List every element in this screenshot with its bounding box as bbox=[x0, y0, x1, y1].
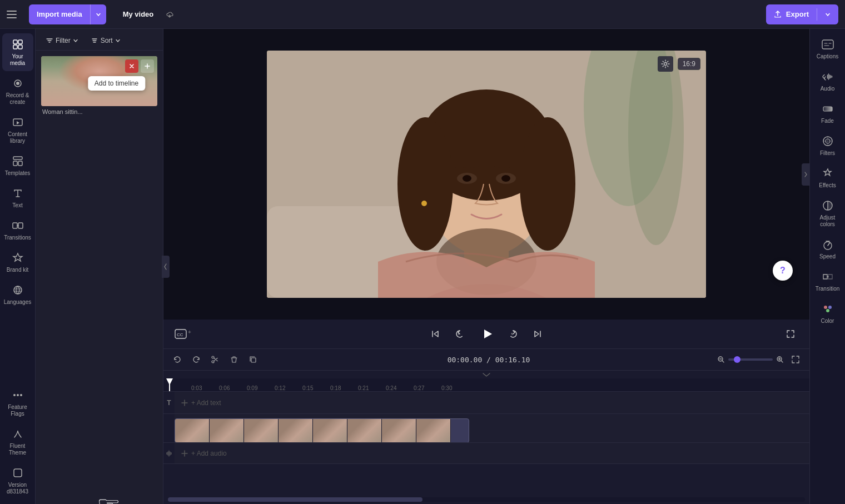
cc-captions-button[interactable]: CC + bbox=[175, 329, 191, 339]
export-dropdown-arrow[interactable] bbox=[825, 12, 831, 17]
skip-to-end-button[interactable] bbox=[530, 326, 545, 342]
sidebar-item-record-create[interactable]: Record & create bbox=[2, 72, 33, 110]
effects-icon bbox=[821, 167, 834, 180]
svg-text:CC: CC bbox=[177, 332, 183, 337]
timeline-playhead[interactable] bbox=[169, 378, 170, 391]
redo-button[interactable] bbox=[189, 352, 203, 367]
preview-settings-button[interactable] bbox=[658, 56, 673, 72]
svg-rect-0 bbox=[13, 40, 17, 44]
right-label-fade: Fade bbox=[821, 118, 834, 124]
sidebar-item-brand-kit[interactable]: Brand kit bbox=[2, 247, 33, 278]
filter-button[interactable]: Filter bbox=[41, 34, 83, 47]
zoom-slider[interactable] bbox=[728, 358, 773, 361]
tab-myvideo[interactable]: My video bbox=[115, 7, 162, 22]
svg-rect-3 bbox=[18, 45, 22, 49]
cut-button[interactable] bbox=[208, 352, 222, 367]
undo-button[interactable] bbox=[170, 352, 185, 367]
filter-icon bbox=[46, 37, 53, 44]
text-track-content: + Add text bbox=[175, 392, 809, 413]
sidebar-item-text[interactable]: Text bbox=[2, 182, 33, 213]
text-icon bbox=[11, 187, 24, 200]
import-media-dropdown-arrow[interactable] bbox=[91, 4, 106, 24]
export-upload-icon bbox=[774, 11, 782, 18]
add-to-timeline-quick-button[interactable] bbox=[141, 59, 154, 73]
sidebar-item-feature-flags[interactable]: Feature Flags bbox=[2, 384, 33, 422]
sidebar-item-languages[interactable]: Languages bbox=[2, 279, 33, 310]
svg-point-51 bbox=[828, 306, 832, 309]
help-icon[interactable]: ? bbox=[773, 261, 793, 281]
right-panel-collapse-arrow[interactable] bbox=[802, 163, 809, 186]
import-media-button[interactable]: Import media bbox=[29, 4, 91, 24]
add-audio-button[interactable]: + Add audio bbox=[175, 443, 809, 463]
sidebar-item-version[interactable]: Version d831843 bbox=[2, 462, 33, 500]
right-panel-item-effects[interactable]: Effects bbox=[812, 162, 843, 193]
svg-point-27 bbox=[520, 117, 575, 251]
add-text-button[interactable]: + Add text bbox=[175, 392, 809, 413]
duplicate-clip-button[interactable] bbox=[246, 352, 260, 367]
audio-icon bbox=[821, 70, 834, 83]
cloud-save-icon[interactable] bbox=[163, 8, 176, 21]
video-track-content bbox=[175, 414, 809, 442]
export-button[interactable]: Export bbox=[766, 4, 838, 24]
media-item-label: Woman sittin... bbox=[41, 108, 157, 115]
right-panel-item-audio[interactable]: Audio bbox=[812, 66, 843, 97]
timeline-fullscreen-button[interactable] bbox=[788, 352, 803, 367]
timeline-scrollbar[interactable] bbox=[168, 497, 805, 502]
svg-point-52 bbox=[826, 309, 829, 312]
ruler-tick: 0:09 bbox=[247, 385, 257, 391]
forward-5s-button[interactable]: 5 bbox=[505, 326, 521, 342]
right-panel-item-adjust-colors[interactable]: Adjust colors bbox=[812, 194, 843, 232]
cursor-hand-pointer: ☞ bbox=[97, 490, 121, 504]
playhead-marker bbox=[166, 378, 173, 385]
svg-rect-7 bbox=[13, 157, 22, 159]
ruler-tick: 0:24 bbox=[386, 385, 396, 391]
video-clip[interactable] bbox=[175, 418, 469, 442]
text-track: T + Add text bbox=[163, 392, 809, 414]
skip-to-start-button[interactable] bbox=[428, 326, 443, 342]
media-panel: Filter Sort bbox=[36, 29, 163, 504]
panel-collapse-handle[interactable] bbox=[162, 256, 170, 278]
sidebar-label-fluent-theme: Fluent Theme bbox=[4, 443, 31, 456]
svg-rect-2 bbox=[13, 45, 17, 49]
delete-clip-button[interactable] bbox=[227, 352, 241, 367]
hamburger-menu-icon[interactable] bbox=[7, 7, 22, 22]
svg-rect-45 bbox=[823, 107, 832, 111]
sidebar-item-fluent-theme[interactable]: Fluent Theme bbox=[2, 423, 33, 461]
center-area: 16:9 ? CC + bbox=[163, 29, 809, 504]
svg-text:5: 5 bbox=[511, 332, 513, 336]
zoom-out-button[interactable] bbox=[717, 356, 725, 363]
sidebar-item-content-library[interactable]: Content library bbox=[2, 111, 33, 149]
add-audio-plus-icon bbox=[181, 450, 188, 457]
video-frame bbox=[267, 51, 706, 298]
aspect-ratio-badge[interactable]: 16:9 bbox=[678, 58, 700, 70]
sidebar-item-templates[interactable]: Templates bbox=[2, 150, 33, 181]
sidebar-label-templates: Templates bbox=[5, 170, 31, 177]
sidebar-item-transitions[interactable]: Transitions bbox=[2, 214, 33, 246]
play-pause-button[interactable] bbox=[476, 324, 496, 344]
media-item-woman-sitting[interactable]: Add to timeline Woman sittin... ☞ bbox=[41, 56, 157, 498]
right-label-audio: Audio bbox=[821, 86, 835, 92]
timeline-scrollbar-thumb[interactable] bbox=[168, 497, 422, 502]
delete-media-button[interactable] bbox=[125, 59, 138, 73]
svg-point-34 bbox=[664, 63, 667, 66]
clip-thumb-2 bbox=[210, 419, 244, 442]
right-panel-item-fade[interactable]: Fade bbox=[812, 98, 843, 129]
zoom-in-button[interactable] bbox=[776, 356, 784, 363]
clip-thumb-6 bbox=[347, 419, 382, 442]
ruler-tick: 0:30 bbox=[441, 385, 452, 391]
main-area: Your media Record & create Content libra… bbox=[0, 29, 845, 504]
ruler-tick: 0:27 bbox=[414, 385, 424, 391]
right-panel-item-filters[interactable]: Filters bbox=[812, 130, 843, 161]
sidebar-item-your-media[interactable]: Your media bbox=[2, 33, 33, 71]
right-panel-item-captions[interactable]: Captions bbox=[812, 33, 843, 64]
right-panel-item-speed[interactable]: Speed bbox=[812, 233, 843, 265]
right-panel-item-color[interactable]: Color bbox=[812, 298, 843, 329]
timeline-collapse-arrow[interactable] bbox=[163, 371, 809, 378]
zoom-slider-thumb[interactable] bbox=[734, 356, 740, 363]
fullscreen-button[interactable] bbox=[783, 326, 798, 342]
right-label-effects: Effects bbox=[819, 182, 836, 189]
sort-button[interactable]: Sort bbox=[86, 34, 125, 47]
right-panel-item-transition[interactable]: Transition bbox=[812, 266, 843, 297]
svg-rect-44 bbox=[822, 40, 833, 49]
rewind-5s-button[interactable]: 5 bbox=[452, 326, 468, 342]
